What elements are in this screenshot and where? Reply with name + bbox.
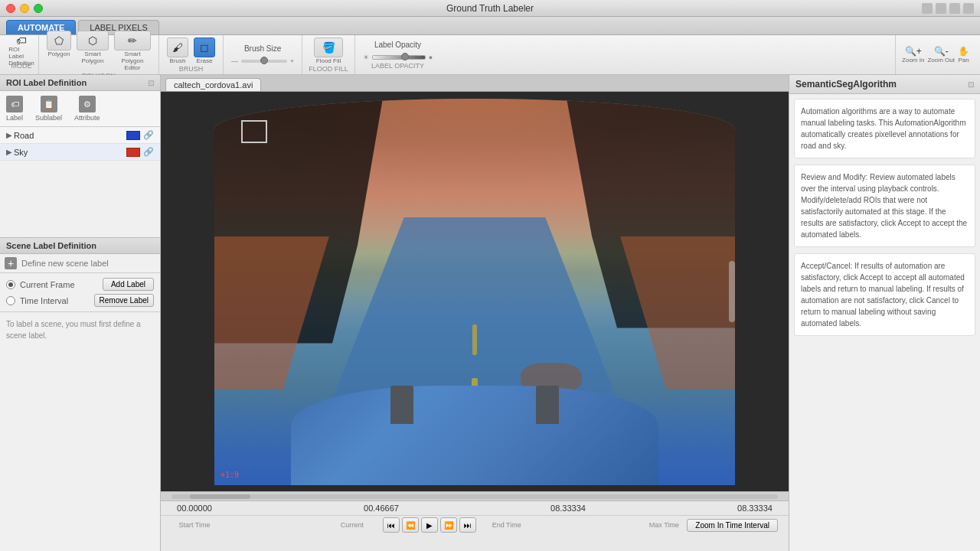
current-time-value: 00.46667 xyxy=(358,504,404,513)
title-btn-3[interactable] xyxy=(949,3,960,14)
road-link-icon[interactable]: 🔗 xyxy=(143,130,154,140)
erase-label: Erase xyxy=(197,57,213,64)
current-frame-label: Current Frame xyxy=(20,280,75,289)
erase-icon: ◻ xyxy=(194,37,215,57)
start-time-value: 00.00000 xyxy=(172,504,217,513)
end-time-label: End Time xyxy=(484,521,530,529)
play-btn[interactable]: ▶ xyxy=(421,517,438,533)
title-bar-controls[interactable] xyxy=(922,3,974,14)
main-toolbar: 🏷 ROI Label Definition MODE ⬠ Polygon ⬡ … xyxy=(0,35,980,75)
algo-section-2: Review and Modify: Review automated labe… xyxy=(794,165,975,247)
skip-to-end-btn[interactable]: ⏭ xyxy=(459,517,476,533)
close-button[interactable] xyxy=(6,4,15,13)
remove-label-btn[interactable]: Remove Label xyxy=(94,294,154,307)
skip-to-start-btn[interactable]: ⏮ xyxy=(383,517,400,533)
sublabel-icon-label: Sublabel xyxy=(35,114,62,122)
current-frame-radio[interactable] xyxy=(6,280,15,289)
polygon-label: Polygon xyxy=(48,51,70,57)
road-expand-arrow: ▶ xyxy=(6,131,14,139)
road-scene: +1:9 xyxy=(214,99,735,485)
smart-polygon-editor-btn[interactable]: ✏ Smart Polygon Editor xyxy=(113,31,152,71)
sublabel-icon-group: 📋 Sublabel xyxy=(35,96,62,122)
opacity-thumb[interactable] xyxy=(401,53,409,60)
center-area: caltech_cordova1.avi xyxy=(161,75,789,551)
label-icon: 🏷 xyxy=(6,96,23,112)
roi-expand-icon[interactable]: ⊡ xyxy=(148,79,154,87)
smart-polygon-icon: ⬡ xyxy=(77,31,109,51)
roi-header: ROI Label Definition ⊡ xyxy=(0,75,160,91)
algo-section-1: Automation algorithms are a way to autom… xyxy=(794,99,975,158)
sky-label-item[interactable]: ▶ Sky 🔗 xyxy=(0,144,160,161)
attribute-icon-label: Attribute xyxy=(74,114,100,122)
opacity-label: Label Opacity xyxy=(374,41,421,49)
attribute-icon-group: ⚙ Attribute xyxy=(74,96,100,122)
road-stripe-2 xyxy=(472,324,477,355)
algo-content: Automation algorithms are a way to autom… xyxy=(789,94,980,551)
zoom-out-btn[interactable]: 🔍- Zoom Out xyxy=(927,46,955,64)
car-hood xyxy=(291,386,658,485)
label-tool-btn[interactable]: 🏷 ROI Label Definition xyxy=(11,40,32,61)
scroll-indicator[interactable] xyxy=(729,261,735,322)
right-panel-expand[interactable]: ⊡ xyxy=(968,80,974,89)
attribute-icon: ⚙ xyxy=(79,96,96,112)
smart-polygon-editor-label: Smart Polygon Editor xyxy=(113,51,152,71)
label-icon-label: Label xyxy=(6,114,23,122)
brush-btn[interactable]: 🖌 Brush xyxy=(165,37,190,64)
scroll-thumb[interactable] xyxy=(190,494,250,499)
minimize-button[interactable] xyxy=(20,4,29,13)
brush-size-track[interactable] xyxy=(241,60,287,63)
flood-fill-section: 🪣 Flood Fill FLOOD FILL xyxy=(302,35,355,74)
timeline-scrollbar xyxy=(161,492,789,501)
right-panel: SemanticSegAlgorithm ⊡ Automation algori… xyxy=(789,75,980,551)
opacity-min: ☀ xyxy=(363,54,369,61)
traffic-lights[interactable] xyxy=(6,4,43,13)
video-tab[interactable]: caltech_cordova1.avi xyxy=(165,78,261,91)
step-fwd-btn[interactable]: ⏩ xyxy=(440,517,457,533)
road-label-text: Road xyxy=(14,131,123,140)
title-bar: Ground Truth Labeler xyxy=(0,0,980,17)
sky-label-text: Sky xyxy=(14,148,123,157)
scroll-track[interactable] xyxy=(172,494,778,499)
maximize-button[interactable] xyxy=(34,4,43,13)
timeline-values-row: 00.00000 00.46667 08.33334 08.33334 xyxy=(161,501,789,516)
title-btn-4[interactable] xyxy=(963,3,974,14)
zoom-in-btn[interactable]: 🔍+ Zoom In xyxy=(902,46,924,64)
title-btn-2[interactable] xyxy=(936,3,946,14)
scene-input[interactable] xyxy=(21,259,155,268)
add-label-btn[interactable]: Add Label xyxy=(103,278,154,291)
road-label-item[interactable]: ▶ Road 🔗 xyxy=(0,127,160,144)
zoom-in-icon: 🔍+ xyxy=(905,46,922,57)
mirror-right xyxy=(536,386,559,424)
video-area: +1:9 xyxy=(161,92,789,491)
brush-size-thumb[interactable] xyxy=(260,57,268,64)
opacity-section: Label Opacity ☀ ● LABEL OPACITY xyxy=(355,35,440,74)
scene-add-icon[interactable]: + xyxy=(5,257,17,269)
max-time-label: Max Time xyxy=(641,521,687,529)
flood-fill-icon: 🪣 xyxy=(314,37,343,57)
erase-btn[interactable]: ◻ Erase xyxy=(192,37,217,64)
current-frame-radio-dot xyxy=(8,282,13,287)
selection-rect[interactable] xyxy=(241,120,267,143)
scene-radio-group: Current Frame Add Label Time Interval Re… xyxy=(0,273,160,312)
sky-color-swatch xyxy=(126,148,140,157)
polygon-icon: ⬠ xyxy=(47,31,71,51)
polygon-btn[interactable]: ⬠ Polygon xyxy=(45,31,73,71)
time-interval-radio-row: Time Interval Remove Label xyxy=(6,294,154,307)
step-back-btn[interactable]: ⏪ xyxy=(402,517,419,533)
opacity-track[interactable] xyxy=(372,55,426,60)
playback-controls: ⏮ ⏪ ▶ ⏩ ⏭ xyxy=(383,517,476,533)
flood-fill-btn[interactable]: 🪣 Flood Fill xyxy=(312,37,345,64)
pan-btn[interactable]: ✋ Pan xyxy=(958,46,969,64)
brush-section: 🖌 Brush ◻ Erase BRUSH xyxy=(159,35,224,74)
time-interval-radio[interactable] xyxy=(6,296,15,305)
time-interval-label: Time Interval xyxy=(20,296,68,305)
zoom-interval-btn[interactable]: Zoom In Time Interval xyxy=(687,519,778,532)
right-panel-title: SemanticSegAlgorithm xyxy=(795,79,897,90)
sky-link-icon[interactable]: 🔗 xyxy=(143,147,154,157)
timeline-area: 00.00000 00.46667 08.33334 08.33334 Star… xyxy=(161,491,789,551)
smart-polygon-btn[interactable]: ⬡ Smart Polygon xyxy=(75,31,110,71)
opacity-max: ● xyxy=(429,54,433,61)
title-btn-1[interactable] xyxy=(922,3,933,14)
sky-expand-arrow: ▶ xyxy=(6,148,14,156)
main-layout: ROI Label Definition ⊡ 🏷 Label 📋 Sublabe… xyxy=(0,75,980,551)
